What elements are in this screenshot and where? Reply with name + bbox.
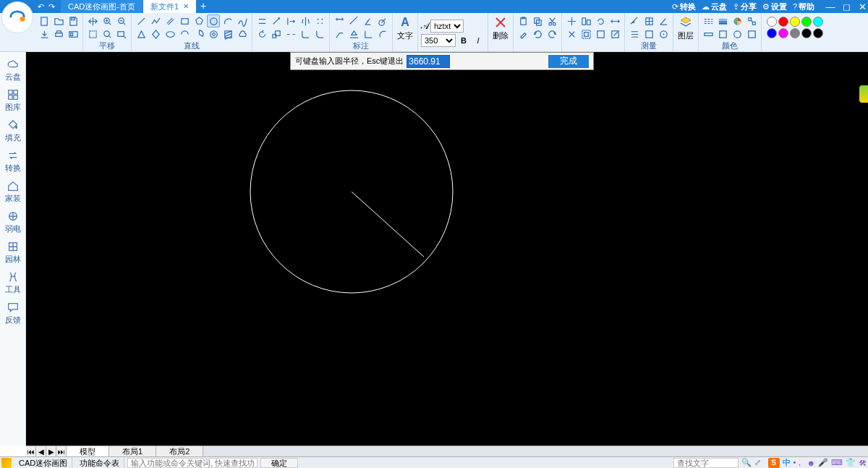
mirror-icon[interactable] <box>299 14 312 27</box>
export-icon[interactable] <box>38 27 51 41</box>
area-icon[interactable] <box>642 14 655 27</box>
rotate-icon[interactable] <box>255 27 268 41</box>
extend-icon[interactable] <box>284 14 297 27</box>
offset-icon[interactable] <box>255 14 268 27</box>
tab-next-icon[interactable]: ▶ <box>46 446 56 456</box>
sidebar-item-convert[interactable]: 转换 <box>1 148 25 175</box>
circle-icon[interactable] <box>207 14 220 27</box>
props2-icon[interactable] <box>716 27 729 41</box>
polyline-icon[interactable] <box>149 14 162 27</box>
pan-icon[interactable] <box>86 14 99 27</box>
rhombus-icon[interactable] <box>149 27 162 41</box>
list-icon[interactable] <box>628 27 641 41</box>
sidebar-item-home[interactable]: 家装 <box>1 178 25 205</box>
copy-icon[interactable] <box>531 14 544 27</box>
tab-last-icon[interactable]: ⏭ <box>56 446 67 456</box>
color-swatch[interactable] <box>813 28 823 38</box>
nav-fwd-icon[interactable]: ↷ <box>47 2 56 12</box>
tab-home[interactable]: CAD迷你画图-首页 <box>61 0 143 13</box>
group-icon[interactable] <box>579 27 592 41</box>
dist-icon[interactable] <box>628 14 641 27</box>
add-tab-button[interactable]: + <box>197 0 210 13</box>
rotate2-icon[interactable] <box>594 14 607 27</box>
sidebar-item-fill[interactable]: 填充 <box>1 117 25 145</box>
stretch-icon[interactable] <box>608 14 621 27</box>
italic-icon[interactable]: I <box>472 34 485 47</box>
polygon-icon[interactable] <box>192 14 205 27</box>
scale-icon[interactable] <box>270 27 283 41</box>
sidebar-item-cloud[interactable]: 云盘 <box>1 56 25 84</box>
layer-icon[interactable] <box>678 14 693 30</box>
break-icon[interactable] <box>284 27 297 41</box>
tray-tool-icon[interactable]: 🛠 <box>859 459 867 467</box>
cloud-icon[interactable] <box>236 27 249 41</box>
new-file-icon[interactable] <box>38 14 51 27</box>
command-input[interactable] <box>127 458 258 468</box>
dim-radius-icon[interactable] <box>376 14 389 27</box>
tab-layout2[interactable]: 布局2 <box>156 446 203 456</box>
ellipse-icon[interactable] <box>163 27 176 41</box>
elev-icon[interactable] <box>347 27 360 41</box>
fontsize-select[interactable]: 350 <box>421 34 456 47</box>
color-swatch[interactable] <box>790 17 800 27</box>
sogou-ime-icon[interactable]: S <box>768 458 780 468</box>
sidebar-item-garden[interactable]: 园林 <box>1 239 25 266</box>
text-tool-icon[interactable]: A <box>398 14 412 30</box>
maximize-icon[interactable]: ◻ <box>841 1 852 12</box>
sidebar-item-feedback[interactable]: 反馈 <box>1 299 25 327</box>
triangle-icon[interactable] <box>135 27 148 41</box>
fillet-icon[interactable] <box>299 27 312 41</box>
cmd-label[interactable]: 功能命令表 <box>75 457 124 469</box>
drawing-canvas[interactable]: 可键盘输入圆半径，Esc键退出 完成 <box>26 52 868 446</box>
paste-icon[interactable] <box>516 14 529 27</box>
tray-skin-icon[interactable]: 👕 <box>846 458 856 467</box>
dim-align-icon[interactable] <box>347 14 360 27</box>
sidebar-item-weak[interactable]: 弱电 <box>1 208 25 236</box>
print-icon[interactable] <box>52 27 65 41</box>
props3-icon[interactable] <box>731 27 744 41</box>
color-swatch[interactable] <box>767 17 777 27</box>
sum-icon[interactable] <box>642 27 655 41</box>
cut-icon[interactable] <box>545 14 558 27</box>
sector-icon[interactable] <box>192 27 205 41</box>
tab-model[interactable]: 模型 <box>67 446 109 456</box>
color-swatch[interactable] <box>801 28 812 38</box>
line-icon[interactable] <box>135 14 148 27</box>
zoom-extents-icon[interactable] <box>101 27 114 41</box>
close-window-icon[interactable]: ✕ <box>856 1 868 12</box>
menu-share[interactable]: ⇪ 分享 <box>733 1 757 12</box>
open-icon[interactable] <box>52 14 65 27</box>
spline-icon[interactable] <box>236 14 249 27</box>
leader-icon[interactable] <box>333 27 346 41</box>
lineweight-icon[interactable] <box>716 14 729 27</box>
nav-back-icon[interactable]: ↶ <box>36 2 46 12</box>
brush-icon[interactable] <box>516 27 529 41</box>
tab-file1[interactable]: 新文件1 ✕ <box>143 0 197 13</box>
color-wheel-icon[interactable] <box>731 14 744 27</box>
double-line-icon[interactable] <box>163 14 176 27</box>
angle2-icon[interactable] <box>657 14 670 27</box>
explode-icon[interactable] <box>565 27 578 41</box>
rect-icon[interactable] <box>178 14 191 27</box>
sidebar-item-library[interactable]: 图库 <box>1 87 25 114</box>
ok-button[interactable]: 确定 <box>260 458 298 468</box>
linetype-icon[interactable] <box>702 14 715 27</box>
find-icon[interactable]: 🔍 <box>741 458 752 467</box>
zoom-in-icon[interactable] <box>101 14 114 27</box>
tab-first-icon[interactable]: ⏮ <box>26 446 36 456</box>
done-button[interactable]: 完成 <box>548 55 589 68</box>
tray-face-icon[interactable]: ☻ <box>807 459 815 467</box>
preview-icon[interactable] <box>67 27 80 41</box>
id-icon[interactable] <box>657 27 670 41</box>
tray-kbd-icon[interactable]: ⌨ <box>831 458 843 467</box>
color-swatch[interactable] <box>801 17 812 27</box>
color-swatch[interactable] <box>778 28 788 38</box>
tray-punct-icon[interactable]: •， <box>793 457 804 468</box>
block-icon[interactable] <box>594 27 607 41</box>
tab-prev-icon[interactable]: ◀ <box>36 446 46 456</box>
radius-input[interactable] <box>407 55 450 68</box>
bylayer-icon[interactable] <box>702 27 715 41</box>
color-swatch[interactable] <box>778 17 788 27</box>
arc3-icon[interactable] <box>178 27 191 41</box>
selection-icon[interactable] <box>86 27 99 41</box>
